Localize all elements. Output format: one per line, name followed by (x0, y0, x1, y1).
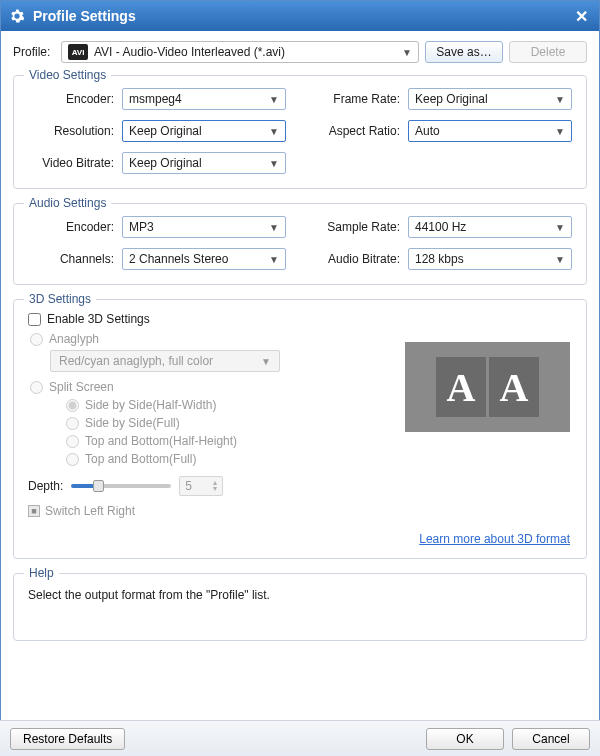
video-settings-group: Video Settings Encoder: msmpeg4▼ Frame R… (13, 75, 587, 189)
slider-thumb[interactable] (93, 480, 104, 492)
enable-3d-label: Enable 3D Settings (47, 312, 150, 326)
spinner-arrows-icon: ▴▾ (213, 480, 217, 492)
audio-settings-group: Audio Settings Encoder: MP3▼ Sample Rate… (13, 203, 587, 285)
switch-lr-checkbox: ■ (28, 505, 40, 517)
depth-label: Depth: (28, 479, 63, 493)
help-group: Help Select the output format from the "… (13, 573, 587, 641)
audio-encoder-label: Encoder: (28, 220, 114, 234)
gear-icon (9, 8, 25, 24)
chevron-down-icon: ▼ (269, 158, 279, 169)
anaglyph-label: Anaglyph (49, 332, 99, 346)
footer: Restore Defaults OK Cancel (0, 720, 600, 756)
split-screen-radio (30, 381, 43, 394)
anaglyph-mode-dropdown: Red/cyan anaglyph, full color▼ (50, 350, 280, 372)
preview-right-glyph: A (489, 357, 539, 417)
chevron-down-icon: ▼ (269, 254, 279, 265)
channels-label: Channels: (28, 252, 114, 266)
aspect-ratio-dropdown[interactable]: Auto▼ (408, 120, 572, 142)
video-bitrate-dropdown[interactable]: Keep Original▼ (122, 152, 286, 174)
chevron-down-icon: ▼ (269, 126, 279, 137)
3d-settings-group: 3D Settings Enable 3D Settings Anaglyph … (13, 299, 587, 559)
ok-button[interactable]: OK (426, 728, 504, 750)
help-text: Select the output format from the "Profi… (28, 588, 572, 602)
video-group-title: Video Settings (24, 68, 111, 82)
resolution-dropdown[interactable]: Keep Original▼ (122, 120, 286, 142)
profile-label: Profile: (13, 45, 55, 59)
help-title: Help (24, 566, 59, 580)
window-title: Profile Settings (33, 8, 571, 24)
depth-spinner: 5▴▾ (179, 476, 223, 496)
sample-rate-dropdown[interactable]: 44100 Hz▼ (408, 216, 572, 238)
chevron-down-icon: ▼ (269, 94, 279, 105)
split-screen-label: Split Screen (49, 380, 114, 394)
chevron-down-icon: ▼ (269, 222, 279, 233)
chevron-down-icon: ▼ (261, 356, 271, 367)
preview-left-glyph: A (436, 357, 486, 417)
profile-row: Profile: AVI AVI - Audio-Video Interleav… (13, 41, 587, 63)
delete-button: Delete (509, 41, 587, 63)
video-encoder-dropdown[interactable]: msmpeg4▼ (122, 88, 286, 110)
profile-dropdown[interactable]: AVI AVI - Audio-Video Interleaved (*.avi… (61, 41, 419, 63)
chevron-down-icon: ▼ (555, 254, 565, 265)
dialog-content: Profile: AVI AVI - Audio-Video Interleav… (1, 31, 599, 647)
frame-rate-dropdown[interactable]: Keep Original▼ (408, 88, 572, 110)
switch-lr-label: Switch Left Right (45, 504, 135, 518)
video-encoder-label: Encoder: (28, 92, 114, 106)
audio-bitrate-dropdown[interactable]: 128 kbps▼ (408, 248, 572, 270)
anaglyph-radio (30, 333, 43, 346)
avi-format-icon: AVI (68, 44, 88, 60)
aspect-ratio-label: Aspect Ratio: (314, 124, 400, 138)
sample-rate-label: Sample Rate: (314, 220, 400, 234)
3d-preview: A A (405, 342, 570, 432)
sbs-full-radio (66, 417, 79, 430)
titlebar: Profile Settings ✕ (1, 1, 599, 31)
chevron-down-icon: ▼ (555, 94, 565, 105)
chevron-down-icon: ▼ (555, 222, 565, 233)
profile-value: AVI - Audio-Video Interleaved (*.avi) (94, 45, 285, 59)
learn-more-link[interactable]: Learn more about 3D format (419, 532, 570, 546)
tb-half-radio (66, 435, 79, 448)
resolution-label: Resolution: (28, 124, 114, 138)
audio-encoder-dropdown[interactable]: MP3▼ (122, 216, 286, 238)
channels-dropdown[interactable]: 2 Channels Stereo▼ (122, 248, 286, 270)
chevron-down-icon: ▼ (402, 47, 412, 58)
3d-group-title: 3D Settings (24, 292, 96, 306)
frame-rate-label: Frame Rate: (314, 92, 400, 106)
save-as-button[interactable]: Save as… (425, 41, 503, 63)
tb-full-radio (66, 453, 79, 466)
chevron-down-icon: ▼ (555, 126, 565, 137)
depth-slider[interactable] (71, 484, 171, 488)
cancel-button[interactable]: Cancel (512, 728, 590, 750)
audio-group-title: Audio Settings (24, 196, 111, 210)
sbs-half-radio (66, 399, 79, 412)
close-icon[interactable]: ✕ (571, 7, 591, 26)
restore-defaults-button[interactable]: Restore Defaults (10, 728, 125, 750)
audio-bitrate-label: Audio Bitrate: (314, 252, 400, 266)
video-bitrate-label: Video Bitrate: (28, 156, 114, 170)
enable-3d-checkbox[interactable] (28, 313, 41, 326)
